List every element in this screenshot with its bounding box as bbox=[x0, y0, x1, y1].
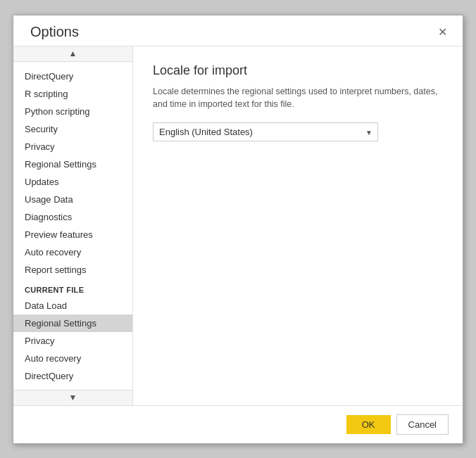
scroll-down-icon: ▼ bbox=[69, 393, 77, 402]
sidebar-item-preview-features[interactable]: Preview features bbox=[13, 226, 132, 243]
sidebar-item-diagnostics[interactable]: Diagnostics bbox=[13, 208, 132, 226]
title-bar: Options ✕ bbox=[13, 15, 463, 46]
sidebar-item-directquery-file[interactable]: DirectQuery bbox=[13, 367, 132, 385]
dialog-body: ▲ DirectQuery R scripting Python scripti… bbox=[13, 46, 463, 405]
sidebar-item-report-settings-global[interactable]: Report settings bbox=[13, 261, 132, 279]
dialog-footer: OK Cancel bbox=[13, 405, 463, 443]
sidebar-item-auto-recovery-global[interactable]: Auto recovery bbox=[13, 243, 132, 261]
sidebar-item-directquery[interactable]: DirectQuery bbox=[13, 68, 132, 85]
scroll-down-button[interactable]: ▼ bbox=[13, 390, 132, 405]
sidebar-item-regional-settings[interactable]: Regional Settings bbox=[13, 155, 132, 173]
sidebar-item-r-scripting[interactable]: R scripting bbox=[13, 85, 132, 103]
sidebar-item-usage-data[interactable]: Usage Data bbox=[13, 191, 132, 208]
sidebar-item-data-load[interactable]: Data Load bbox=[13, 297, 132, 314]
sidebar-item-regional-settings-file[interactable]: Regional Settings bbox=[13, 314, 132, 332]
sidebar-scroll-area[interactable]: DirectQuery R scripting Python scripting… bbox=[13, 62, 132, 390]
content-title: Locale for import bbox=[153, 63, 443, 78]
ok-button[interactable]: OK bbox=[346, 415, 391, 434]
cancel-button[interactable]: Cancel bbox=[396, 414, 449, 435]
locale-select[interactable]: English (United States)English (United K… bbox=[153, 122, 378, 141]
scroll-up-button[interactable]: ▲ bbox=[13, 46, 132, 62]
content-description: Locale determines the regional settings … bbox=[153, 85, 443, 112]
sidebar-item-query-reduction[interactable]: Query reduction bbox=[13, 385, 132, 390]
sidebar-item-updates[interactable]: Updates bbox=[13, 173, 132, 191]
sidebar-item-python-scripting[interactable]: Python scripting bbox=[13, 103, 132, 120]
close-button[interactable]: ✕ bbox=[434, 24, 451, 40]
locale-select-wrapper: English (United States)English (United K… bbox=[153, 122, 378, 141]
content-area: Locale for import Locale determines the … bbox=[133, 46, 463, 405]
options-dialog: Options ✕ ▲ DirectQuery R scripting Pyth… bbox=[13, 15, 463, 444]
dialog-title: Options bbox=[30, 24, 79, 40]
sidebar-item-privacy[interactable]: Privacy bbox=[13, 138, 132, 155]
sidebar-item-auto-recovery-file[interactable]: Auto recovery bbox=[13, 350, 132, 367]
sidebar-item-security[interactable]: Security bbox=[13, 120, 132, 138]
current-file-header: CURRENT FILE bbox=[13, 279, 132, 297]
scroll-up-icon: ▲ bbox=[69, 49, 77, 58]
sidebar-item-privacy-file[interactable]: Privacy bbox=[13, 332, 132, 350]
sidebar: ▲ DirectQuery R scripting Python scripti… bbox=[13, 46, 133, 405]
